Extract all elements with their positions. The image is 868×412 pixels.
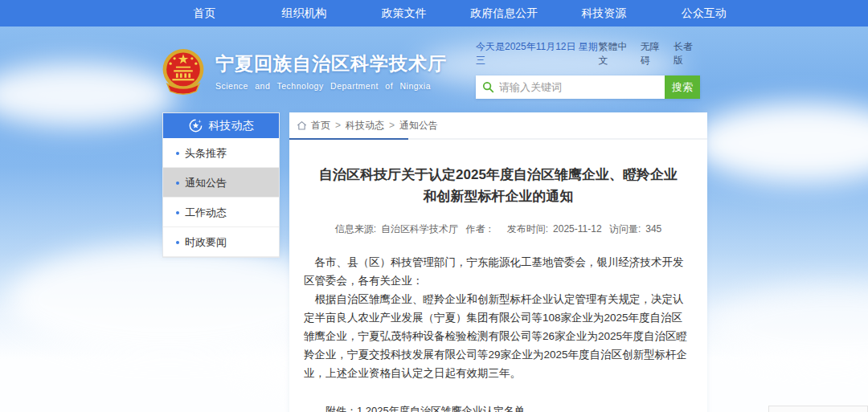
nav-item[interactable]: 科技资源	[554, 0, 653, 27]
sidebar-menu: 头条推荐 通知公告 工作动态 时政要闻	[163, 138, 279, 257]
meta-views-label: 访问量:	[609, 223, 641, 235]
article-title-line1: 自治区科技厅关于认定2025年度自治区雏鹰企业、瞪羚企业	[304, 164, 693, 186]
sidebar-menu-item-label: 工作动态	[185, 206, 227, 218]
quick-link[interactable]: 无障碍	[641, 40, 667, 67]
meta-author-label: 作者：	[465, 223, 494, 235]
breadcrumb: 首页 > 科技动态 > 通知公告	[289, 112, 707, 138]
breadcrumb-item[interactable]: 首页	[311, 119, 330, 133]
today-date-text: 今天是2025年11月12日 星期三	[476, 40, 598, 67]
article-meta: 信息来源:自治区科学技术厅 作者： 发布时间:2025-11-12 访问量:34…	[304, 222, 693, 236]
home-icon	[297, 120, 307, 131]
attachments-block: 附件： 1.2025年度自治区雏鹰企业认定名单 2.2025年度自治区瞪羚企业认…	[326, 402, 693, 412]
nav-item[interactable]: 政府信息公开	[454, 0, 554, 27]
sidebar-menu-item[interactable]: 时政要闻	[163, 227, 279, 257]
nav-item[interactable]: 公众互动	[654, 0, 754, 27]
brand-text: 宁夏回族自治区科学技术厅 Science and Technology Depa…	[215, 47, 447, 97]
attachments-list: 1.2025年度自治区雏鹰企业认定名单 2.2025年度自治区瞪羚企业认定名单 …	[357, 402, 556, 412]
search-bar: 搜索	[476, 75, 700, 99]
sidebar-menu-item-label: 通知公告	[185, 177, 227, 189]
attachment-link[interactable]: 1.2025年度自治区雏鹰企业认定名单	[357, 402, 556, 412]
site-title: 宁夏回族自治区科学技术厅	[215, 51, 447, 76]
breadcrumb-item[interactable]: 科技动态	[346, 119, 384, 133]
meta-source-label: 信息来源:	[335, 223, 376, 235]
quick-link[interactable]: 繁體中文	[598, 40, 633, 67]
site-header: 宁夏回族自治区科学技术厅 Science and Technology Depa…	[0, 27, 868, 115]
national-emblem-icon	[160, 47, 207, 97]
nav-item[interactable]: 组织机构	[254, 0, 354, 27]
breadcrumb-separator: >	[389, 120, 395, 131]
content-layout: 科技动态 头条推荐 通知公告 工作动态 时政要闻	[162, 112, 707, 412]
meta-time-label: 发布时间:	[507, 223, 548, 235]
star-badge-icon	[189, 119, 203, 133]
header-meta-row: 今天是2025年11月12日 星期三 繁體中文 无障碍 长者版	[476, 40, 700, 67]
sidebar: 科技动态 头条推荐 通知公告 工作动态 时政要闻	[162, 112, 280, 258]
site-subtitle: Science and Technology Department of Nin…	[215, 81, 447, 91]
article-paragraph: 各市、县（区）科技管理部门，宁东能源化工基地管委会，银川经济技术开发区管委会，各…	[304, 253, 693, 290]
breadcrumb-item[interactable]: 通知公告	[399, 119, 438, 133]
meta-views-value: 345	[645, 223, 661, 235]
breadcrumb-divider	[289, 138, 707, 140]
site-logo-link[interactable]: 宁夏回族自治区科学技术厅 Science and Technology Depa…	[160, 47, 447, 97]
search-icon	[482, 81, 494, 93]
search-box	[476, 75, 665, 99]
header-right: 今天是2025年11月12日 星期三 繁體中文 无障碍 长者版 搜索	[476, 40, 700, 99]
sidebar-menu-item[interactable]: 工作动态	[163, 198, 279, 227]
nav-item[interactable]: 政策文件	[354, 0, 454, 27]
article-title-line2: 和创新型标杆企业的通知	[304, 186, 693, 207]
nav-list: 首页 组织机构 政策文件 政府信息公开 科技资源 公众互动	[154, 0, 754, 27]
meta-source-value: 自治区科学技术厅	[381, 223, 458, 235]
article-title: 自治区科技厅关于认定2025年度自治区雏鹰企业、瞪羚企业 和创新型标杆企业的通知	[304, 164, 693, 207]
article-paragraph: 根据自治区雏鹰企业、瞪羚企业和创新型标杆企业认定管理有关规定，决定认定半亩良人农…	[304, 290, 693, 382]
sidebar-menu-item[interactable]: 头条推荐	[163, 138, 279, 168]
sidebar-menu-item-label: 头条推荐	[185, 147, 227, 159]
cloud-decoration	[707, 284, 868, 372]
meta-time-value: 2025-11-12	[553, 223, 602, 235]
search-button[interactable]: 搜索	[665, 75, 700, 99]
sidebar-menu-item[interactable]: 通知公告	[163, 168, 279, 198]
search-input[interactable]	[499, 81, 658, 93]
cloud-decoration	[691, 103, 868, 183]
breadcrumb-accent-line	[289, 138, 408, 140]
nav-item[interactable]: 首页	[154, 0, 254, 27]
sidebar-menu-item-label: 时政要闻	[185, 236, 227, 248]
sidebar-header: 科技动态	[163, 113, 279, 138]
article: 自治区科技厅关于认定2025年度自治区雏鹰企业、瞪羚企业 和创新型标杆企业的通知…	[289, 164, 707, 412]
quick-links: 繁體中文 无障碍 长者版	[598, 40, 700, 67]
sidebar-title: 科技动态	[209, 119, 254, 133]
top-nav-bar: 首页 组织机构 政策文件 政府信息公开 科技资源 公众互动	[0, 0, 868, 27]
attachments-label: 附件：	[326, 402, 357, 412]
quick-link[interactable]: 长者版	[674, 40, 700, 67]
corner-widget	[768, 406, 868, 412]
article-body: 各市、县（区）科技管理部门，宁东能源化工基地管委会，银川经济技术开发区管委会，各…	[304, 253, 693, 382]
breadcrumb-separator: >	[335, 120, 341, 131]
main-panel: 首页 > 科技动态 > 通知公告 自治区科技厅关于认定2025年度自治区雏鹰企业…	[289, 112, 707, 412]
